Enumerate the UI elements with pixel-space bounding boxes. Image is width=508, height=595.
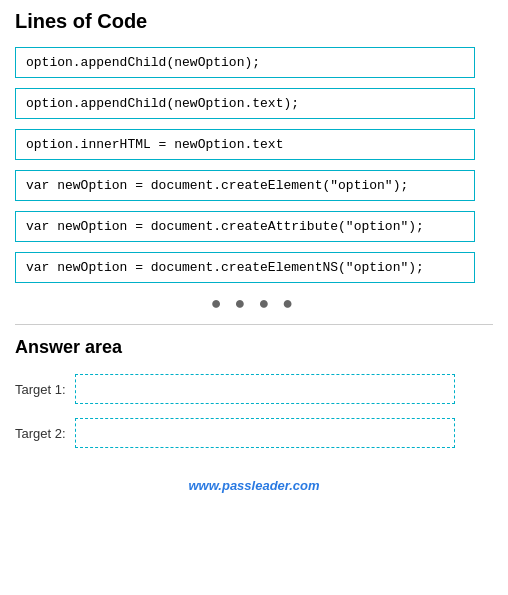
lines-of-code-section: option.appendChild(newOption); option.ap… [15,47,493,283]
page-title: Lines of Code [15,10,493,33]
target-2-label: Target 2: [15,426,75,441]
target-1-row: Target 1: [15,374,493,404]
code-line-1[interactable]: option.appendChild(newOption); [15,47,475,78]
answer-area-title: Answer area [15,337,493,358]
target-1-input[interactable] [75,374,455,404]
code-line-6[interactable]: var newOption = document.createElementNS… [15,252,475,283]
code-line-5[interactable]: var newOption = document.createAttribute… [15,211,475,242]
dots-indicator: ● ● ● ● [15,293,493,314]
code-line-2[interactable]: option.appendChild(newOption.text); [15,88,475,119]
target-2-row: Target 2: [15,418,493,448]
target-2-input[interactable] [75,418,455,448]
code-line-4[interactable]: var newOption = document.createElement("… [15,170,475,201]
watermark: www.passleader.com [15,478,493,493]
code-line-3[interactable]: option.innerHTML = newOption.text [15,129,475,160]
section-divider [15,324,493,325]
target-1-label: Target 1: [15,382,75,397]
